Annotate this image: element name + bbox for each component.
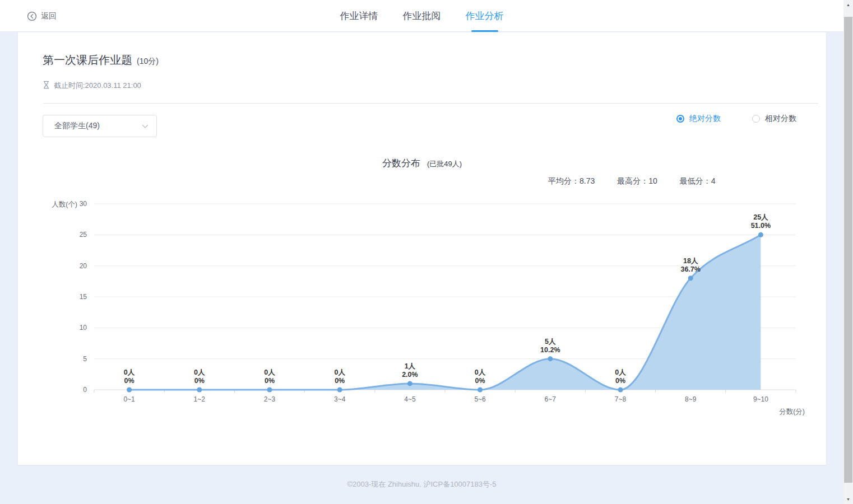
data-point-label-count: 0人 — [334, 368, 345, 376]
data-point[interactable] — [688, 276, 693, 281]
tab-homework-details[interactable]: 作业详情 — [340, 0, 378, 32]
hourglass-icon — [43, 81, 50, 91]
x-tick-label: 9~10 — [753, 395, 768, 403]
data-point[interactable] — [478, 388, 483, 393]
y-tick-label: 5 — [83, 355, 87, 363]
chevron-down-icon — [142, 122, 149, 130]
tab-bar: 作业详情 作业批阅 作业分析 — [0, 0, 843, 32]
stat-min: 最低分：4 — [680, 176, 716, 186]
active-tab-underline — [471, 30, 498, 32]
data-point-label-percent: 0% — [475, 377, 485, 385]
x-tick-label: 7~8 — [615, 395, 627, 403]
data-point[interactable] — [127, 388, 132, 393]
data-point[interactable] — [267, 388, 272, 393]
data-point[interactable] — [618, 388, 623, 393]
tab-label: 作业分析 — [466, 10, 504, 22]
data-point-label-percent: 10.2% — [540, 346, 560, 354]
data-point-label-count: 25人 — [753, 213, 768, 221]
homework-total-score: (10分) — [137, 57, 159, 67]
copyright-text: ©2003-现在 Zhihuishu. 沪ICP备10007183号-5 — [347, 479, 496, 489]
x-tick-label: 4~5 — [404, 395, 416, 403]
y-tick-label: 30 — [80, 200, 87, 208]
radio-button-icon — [752, 115, 760, 123]
y-tick-label: 20 — [80, 262, 87, 270]
data-point[interactable] — [548, 356, 553, 361]
chart-subtitle: (已批49人) — [427, 159, 462, 169]
chart-title: 分数分布 — [382, 157, 420, 170]
x-tick-label: 5~6 — [474, 395, 486, 403]
y-tick-label: 10 — [80, 324, 87, 332]
radio-label: 相对分数 — [765, 114, 796, 124]
data-point-label-percent: 0% — [615, 377, 625, 385]
radio-absolute-score[interactable]: 绝对分数 — [676, 114, 721, 124]
chart-header: 分数分布 (已批49人) — [18, 157, 826, 170]
data-point-label-percent: 0% — [265, 377, 275, 385]
data-point-label-count: 0人 — [264, 368, 275, 376]
data-point[interactable] — [197, 388, 202, 393]
data-point-label-percent: 0% — [335, 377, 345, 385]
score-mode-radio-group: 绝对分数 相对分数 — [676, 114, 796, 124]
page: 返回 作业详情 作业批阅 作业分析 第一次课后作业题 (10分) — [0, 0, 853, 504]
deadline-text: 截止时间:2020.03.11 21:00 — [54, 81, 141, 91]
radio-label: 绝对分数 — [689, 114, 721, 124]
dropdown-value: 全部学生(49) — [54, 121, 100, 131]
y-axis-name: 人数(个) — [52, 200, 77, 208]
homework-title-row: 第一次课后作业题 (10分) — [43, 53, 159, 68]
data-point-label-count: 1人 — [405, 362, 416, 370]
tab-homework-analysis[interactable]: 作业分析 — [466, 0, 504, 32]
data-point-label-percent: 2.0% — [402, 371, 418, 379]
data-point-label-count: 0人 — [615, 368, 626, 376]
x-tick-label: 0~1 — [123, 395, 135, 403]
tab-label: 作业详情 — [340, 10, 378, 22]
content-card: 第一次课后作业题 (10分) 截止时间:2020.03.11 21:00 全部学… — [18, 32, 826, 465]
data-point-label-count: 18人 — [683, 257, 698, 265]
chart-svg: 0510152025300~11~22~33~44~55~66~77~88~99… — [18, 196, 826, 448]
section-divider — [43, 103, 818, 104]
student-filter-dropdown[interactable]: 全部学生(49) — [43, 115, 157, 137]
tab-homework-review[interactable]: 作业批阅 — [403, 0, 441, 32]
data-point-label-count: 0人 — [475, 368, 486, 376]
top-navbar: 返回 作业详情 作业批阅 作业分析 — [0, 0, 843, 32]
y-tick-label: 25 — [80, 231, 87, 239]
data-point-label-percent: 0% — [194, 377, 205, 385]
area-fill — [129, 235, 761, 390]
stat-max: 最高分：10 — [617, 176, 657, 186]
data-point-label-count: 0人 — [194, 368, 205, 376]
y-tick-label: 15 — [80, 293, 87, 301]
data-point-label-percent: 0% — [124, 377, 135, 385]
scrollbar-thumb[interactable] — [844, 17, 852, 483]
x-tick-label: 1~2 — [194, 395, 206, 403]
homework-title: 第一次课后作业题 — [43, 53, 132, 68]
radio-button-icon — [676, 115, 684, 123]
x-tick-label: 2~3 — [264, 395, 276, 403]
x-tick-label: 3~4 — [334, 395, 346, 403]
data-point[interactable] — [337, 388, 342, 393]
page-footer: ©2003-现在 Zhihuishu. 沪ICP备10007183号-5 — [0, 465, 843, 504]
deadline-row: 截止时间:2020.03.11 21:00 — [43, 81, 141, 91]
score-distribution-chart: 0510152025300~11~22~33~44~55~66~77~88~99… — [18, 196, 826, 448]
x-axis-name: 分数(分) — [779, 408, 805, 416]
data-point-label-percent: 36.7% — [680, 265, 700, 273]
x-tick-label: 6~7 — [545, 395, 557, 403]
radio-relative-score[interactable]: 相对分数 — [752, 114, 796, 124]
data-point-label-count: 5人 — [545, 338, 556, 346]
scroll-up-arrow-icon[interactable]: ▲ — [843, 0, 853, 10]
scroll-down-arrow-icon[interactable]: ▼ — [843, 494, 853, 504]
data-point-label-count: 0人 — [124, 368, 135, 376]
data-point[interactable] — [407, 381, 412, 386]
x-tick-label: 8~9 — [685, 395, 697, 403]
stat-average: 平均分：8.73 — [548, 176, 595, 186]
y-tick-label: 0 — [83, 386, 87, 394]
data-point-label-percent: 51.0% — [751, 222, 771, 230]
score-stats-row: 平均分：8.73 最高分：10 最低分：4 — [548, 176, 716, 186]
vertical-scrollbar[interactable]: ▲ ▼ — [843, 0, 853, 504]
tab-label: 作业批阅 — [403, 10, 441, 22]
data-point[interactable] — [758, 232, 763, 237]
